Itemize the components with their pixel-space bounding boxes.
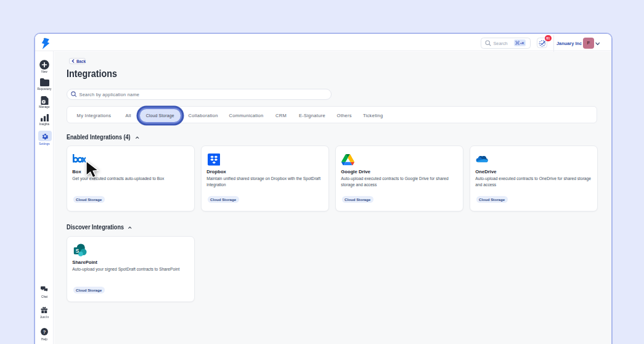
svg-text:?: ? [43, 329, 46, 335]
svg-text:S: S [75, 247, 79, 253]
